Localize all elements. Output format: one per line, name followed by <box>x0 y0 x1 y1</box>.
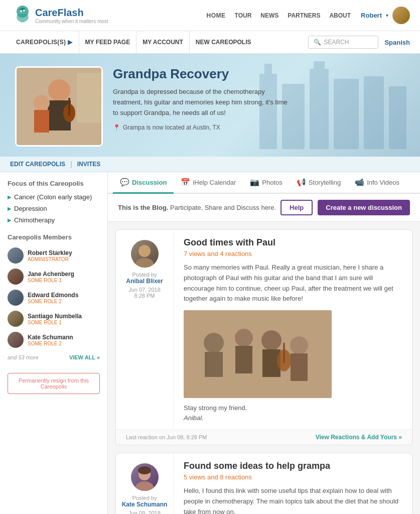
member-info-2: Edward Edmonds SOME ROLE 2 <box>28 292 78 304</box>
invites-link[interactable]: INVITES <box>77 161 101 168</box>
help-button[interactable]: Help <box>281 200 313 215</box>
tab-calendar[interactable]: 📅 iHelp Calendar <box>174 172 243 194</box>
member-info-3: Santiago Numbella SOME ROLE 1 <box>28 313 82 325</box>
member-info-4: Kate Schumann SOME ROLE 2 <box>28 334 73 346</box>
nav-new-careopolis[interactable]: NEW CAREOPOLIS <box>190 31 257 54</box>
tab-discussion[interactable]: 💬 Discussion <box>113 172 174 194</box>
blog-subtext: Participate, Share and Discuss here. <box>170 204 276 211</box>
hero-title: Grandpa Recovery <box>113 66 294 82</box>
tab-storytelling[interactable]: 📢 Storytelling <box>290 172 348 194</box>
blog-title: This is the Blog. <box>118 204 168 211</box>
members-more-count: and 53 more <box>8 354 39 360</box>
focus-arrow-1: ▶ <box>8 206 12 211</box>
secondary-nav: CAREOPOLIS(S) ▶ MY FEED PAGE MY ACCOUNT … <box>0 31 420 54</box>
focus-label-2: Chimotherapy <box>14 216 55 224</box>
member-item-3[interactable]: Santiago Numbella SOME ROLE 1 <box>8 308 100 329</box>
language-button[interactable]: Spanish <box>384 39 410 46</box>
post-reactions-0: 7 views and 4 reactions <box>184 250 402 258</box>
hero-photo <box>15 66 103 147</box>
svg-point-21 <box>135 258 154 268</box>
nav-news[interactable]: NEWS <box>260 12 278 19</box>
focus-item-1: ▶ Depression <box>8 203 100 214</box>
svg-point-1 <box>20 10 22 12</box>
member-name-3: Santiago Numbella <box>28 313 82 320</box>
nav-home[interactable]: HOME <box>207 12 226 19</box>
post-body-1: Hello, I found this link with some usefu… <box>184 486 402 514</box>
post-time-0: 8:28 PM <box>121 293 168 299</box>
search-area: 🔍 SEARCH Spanish <box>308 36 410 49</box>
member-item-4[interactable]: Kate Schumann SOME ROLE 2 <box>8 329 100 350</box>
tab-photos[interactable]: 📷 Photos <box>243 172 289 194</box>
hero-description: Grandpa is depressed because of the chem… <box>113 87 294 118</box>
member-item-1[interactable]: Jane Achenberg SOME ROLE 1 <box>8 266 100 287</box>
tab-videos-label: Info Videos <box>367 179 399 186</box>
svg-rect-16 <box>68 98 70 115</box>
post-content-0: Good times with Paul 7 views and 4 react… <box>174 230 412 429</box>
blog-header: This is the Blog. Participate, Share and… <box>108 194 420 222</box>
post-author-col-0: Posted by Anibal Blixer Jun 07, 2018 8:2… <box>116 230 174 429</box>
calendar-icon: 📅 <box>181 178 190 187</box>
edit-careopolis-link[interactable]: EDIT CAREOPOLIS <box>10 161 65 168</box>
focus-arrow-0: ▶ <box>8 194 12 200</box>
nav-about[interactable]: ABOUT <box>329 12 351 19</box>
post-date-0: Jun 07, 2018 <box>121 287 168 293</box>
post-body-0: So many memories with Paul. Really a gre… <box>184 263 402 304</box>
post-image-0 <box>184 310 332 398</box>
member-role-2: SOME ROLE 2 <box>28 299 78 304</box>
member-role-1: SOME ROLE 1 <box>28 278 74 283</box>
resign-button[interactable]: Permanently resign from this Careopolis <box>8 373 100 394</box>
user-avatar[interactable] <box>392 7 410 24</box>
author-avatar-1 <box>131 463 159 491</box>
videos-icon: 📹 <box>355 178 364 187</box>
logo-area: CareFlash Community when it matters most <box>10 4 108 27</box>
post-inner-1: Posted by Kate Schumann Jun 09, 2018 2:1… <box>116 453 412 514</box>
member-avatar-2 <box>8 290 24 306</box>
post-signature-0: Stay strong my friend. <box>184 404 402 412</box>
tabs-bar: 💬 Discussion 📅 iHelp Calendar 📷 Photos 📢… <box>108 172 420 194</box>
member-item-2[interactable]: Edward Edmonds SOME ROLE 2 <box>8 287 100 308</box>
svg-point-20 <box>138 245 151 257</box>
nav-tour[interactable]: TOUR <box>235 12 252 19</box>
search-icon: 🔍 <box>314 39 321 46</box>
post-author-sig-0: Anibal. <box>184 414 402 422</box>
top-nav: CareFlash Community when it matters most… <box>0 0 420 31</box>
svg-point-36 <box>135 481 154 491</box>
view-reactions-0[interactable]: View Reactions & Add Yours » <box>316 434 402 441</box>
user-dropdown-icon[interactable]: ▾ <box>386 13 388 18</box>
discussion-icon: 💬 <box>120 178 129 187</box>
blog-actions: Help Create a new discussion <box>281 200 410 215</box>
logo-text-area: CareFlash Community when it matters most <box>35 7 108 24</box>
member-avatar-3 <box>8 311 24 327</box>
user-name[interactable]: Robert <box>361 12 382 19</box>
nav-careopolis[interactable]: CAREOPOLIS(S) ▶ <box>10 31 79 54</box>
search-box[interactable]: 🔍 SEARCH <box>308 36 378 49</box>
view-all-link[interactable]: VIEW ALL » <box>69 354 100 360</box>
post-photo-0 <box>184 310 332 398</box>
posted-by-label-1: Posted by <box>121 495 168 501</box>
post-card-0: Posted by Anibal Blixer Jun 07, 2018 8:2… <box>115 229 412 445</box>
member-name-4: Kate Schumann <box>28 334 73 341</box>
nav-my-account[interactable]: MY ACCOUNT <box>136 31 190 54</box>
author-name-0[interactable]: Anibal Blixer <box>121 278 168 285</box>
sidebar: Focus of this Careopolis ▶ Cancer (Colon… <box>0 172 108 514</box>
svg-rect-34 <box>184 310 332 398</box>
nav-my-feed[interactable]: MY FEED PAGE <box>79 31 137 54</box>
brand-tagline: Community when it matters most <box>35 19 108 24</box>
focus-item-2: ▶ Chimotherapy <box>8 214 100 226</box>
member-info-1: Jane Achenberg SOME ROLE 1 <box>28 271 74 283</box>
tab-videos[interactable]: 📹 Info Videos <box>348 172 406 194</box>
svg-point-17 <box>34 95 50 111</box>
profile-actions-bar: EDIT CAREOPOLIS | INVITES <box>0 157 420 172</box>
focus-label-0: Cancer (Colon early stage) <box>14 193 92 201</box>
post-reactions-1: 5 views and 8 reactions <box>184 473 402 481</box>
post-author-col-1: Posted by Kate Schumann Jun 09, 2018 2:1… <box>116 453 174 514</box>
logo-icon <box>10 4 35 27</box>
post-title-1: Found some ideas to help grampa <box>184 461 402 471</box>
author-name-1[interactable]: Kate Schumann <box>121 501 168 508</box>
main-layout: Focus of this Careopolis ▶ Cancer (Colon… <box>0 172 420 514</box>
hero-location: 📍 Grampa is now located at Austin, TX <box>113 124 294 131</box>
member-item-0[interactable]: Robert Starkley ADMINISTRATOR <box>8 245 100 266</box>
nav-partners[interactable]: PARTNERS <box>288 12 320 19</box>
post-card-1: Posted by Kate Schumann Jun 09, 2018 2:1… <box>115 453 412 514</box>
create-discussion-button[interactable]: Create a new discussion <box>318 200 410 215</box>
